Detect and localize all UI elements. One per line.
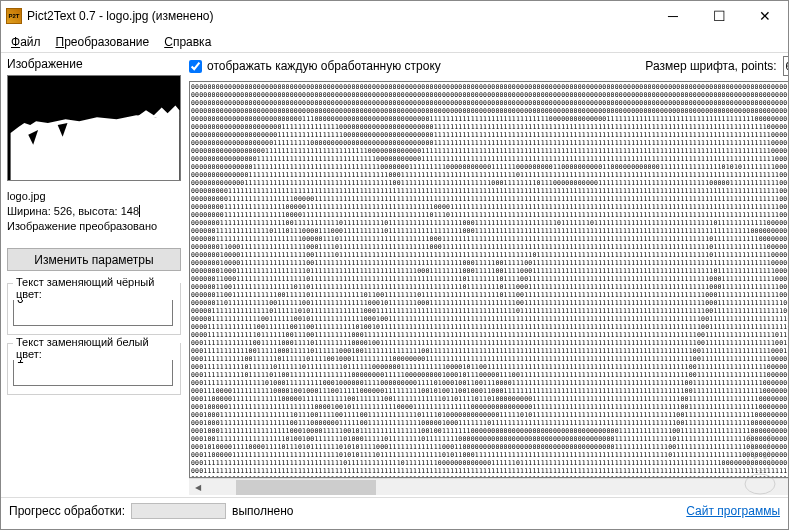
menu-help[interactable]: Справка	[164, 35, 211, 49]
progress-label: Прогресс обработки:	[9, 504, 125, 518]
show-lines-checkbox[interactable]: отображать каждую обработанную строку	[189, 59, 639, 73]
close-button[interactable]: ✕	[742, 1, 788, 31]
window-title: Pict2Text 0.7 - logo.jpg (изменено)	[27, 9, 650, 23]
minimize-button[interactable]: ─	[650, 1, 696, 31]
menu-file[interactable]: Файл	[11, 35, 41, 49]
white-text-label: Текст заменяющий белый цвет:	[13, 336, 180, 360]
site-link[interactable]: Сайт программы	[686, 504, 780, 518]
output-text[interactable]: 0000000000000000000000000000000000000000…	[189, 81, 789, 478]
maximize-button[interactable]: ☐	[696, 1, 742, 31]
app-icon: P2T	[6, 8, 22, 24]
info-status: Изображение преобразовано	[7, 219, 181, 234]
image-label: Изображение	[7, 57, 181, 71]
image-preview	[7, 75, 181, 181]
horizontal-scrollbar[interactable]: ◀ ▶	[189, 478, 789, 495]
edit-params-button[interactable]: Изменить параметры	[7, 248, 181, 271]
font-size-spinner[interactable]: ▲ ▼	[783, 56, 789, 76]
menu-transform[interactable]: Преобразование	[56, 35, 150, 49]
progress-bar	[131, 503, 226, 519]
scroll-left-button[interactable]: ◀	[189, 479, 206, 496]
info-filename: logo.jpg	[7, 189, 181, 204]
info-dimensions: Ширина: 526, высота: 148	[7, 204, 181, 219]
show-lines-check-input[interactable]	[189, 60, 202, 73]
font-size-label: Размер шрифта, points:	[645, 59, 776, 73]
font-size-input[interactable]	[784, 57, 789, 75]
scroll-thumb[interactable]	[236, 480, 376, 495]
scroll-track[interactable]	[206, 479, 789, 496]
image-info: logo.jpg Ширина: 526, высота: 148 Изобра…	[7, 189, 181, 234]
black-text-label: Текст заменяющий чёрный цвет:	[13, 276, 180, 300]
progress-done-label: выполнено	[232, 504, 294, 518]
